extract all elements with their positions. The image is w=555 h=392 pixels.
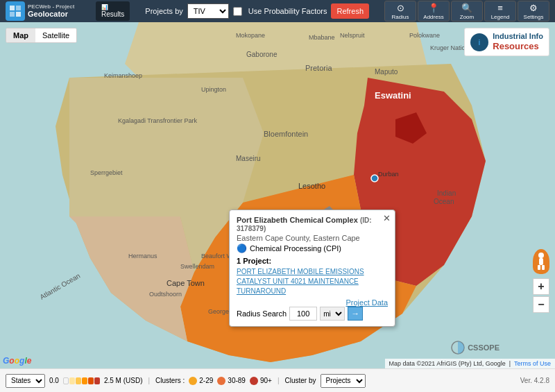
settings-icon: ⚙ <box>529 3 538 13</box>
legend-scale-bar <box>63 377 100 384</box>
svg-point-40 <box>538 253 544 258</box>
svg-text:i: i <box>479 39 481 46</box>
iir-logo-text: Industrial Info Resources <box>493 31 543 53</box>
popup-type-icon: 🔵 <box>237 244 247 253</box>
cluster-range-1: 2-29 <box>189 377 213 385</box>
svg-text:Keimanshoep: Keimanshoep <box>104 72 142 79</box>
settings-tool-label: Settings <box>524 14 544 20</box>
terms-of-use-link[interactable]: Terms of Use <box>514 360 551 367</box>
address-icon: 📍 <box>428 3 439 13</box>
popup-radius-input[interactable] <box>289 307 317 321</box>
pegman-control[interactable] <box>533 249 549 274</box>
legend-scale-start: 0.0 <box>49 377 59 384</box>
popup-type: Chemical Processing (CPI) <box>250 244 341 253</box>
svg-text:Lesotho: Lesotho <box>298 182 325 190</box>
iir-logo: i Industrial Info Resources <box>464 28 549 56</box>
iir-logo-icon: i <box>470 33 488 51</box>
svg-text:Oudtshoorn: Oudtshoorn <box>149 291 182 298</box>
svg-text:Pretoria: Pretoria <box>305 64 332 72</box>
svg-text:Hermanus: Hermanus <box>128 253 157 259</box>
svg-text:Mokopane: Mokopane <box>236 32 265 39</box>
cluster-by-label: Cluster by <box>284 377 316 384</box>
svg-text:Polokwane: Polokwane <box>409 32 440 39</box>
popup-type-row: 🔵 Chemical Processing (CPI) <box>237 244 388 253</box>
popup-location: Eastern Cape County, Eastern Cape <box>237 234 388 242</box>
svg-text:Mbabane: Mbabane <box>309 34 335 41</box>
svg-text:Gaborone: Gaborone <box>246 51 278 58</box>
zoom-tool-button[interactable]: 🔍 Zoom <box>451 1 483 22</box>
svg-text:Nelspruit: Nelspruit <box>340 32 365 39</box>
projects-by-select[interactable]: TIV Count <box>187 3 229 19</box>
google-logo: Google <box>3 356 31 366</box>
use-probability-checkbox[interactable] <box>233 7 242 16</box>
zoom-in-button[interactable]: + <box>533 278 549 295</box>
svg-text:Maputo: Maputo <box>375 68 398 76</box>
results-tab[interactable]: 📊 Results <box>96 1 130 21</box>
popup-project-data-link[interactable]: Project Data <box>345 298 388 307</box>
svg-text:Sperrgebiet: Sperrgebiet <box>90 169 123 176</box>
cssope-watermark: CSSOPE <box>451 341 500 355</box>
legend-tool-label: Legend <box>491 14 510 20</box>
svg-point-34 <box>371 175 378 182</box>
svg-rect-1 <box>16 6 21 10</box>
bottom-right: Ver. 4.2.8 <box>520 377 549 384</box>
svg-rect-43 <box>542 265 545 270</box>
popup-radius-unit-select[interactable]: mi km <box>320 307 345 321</box>
legend-icon: ≡ <box>497 3 503 13</box>
states-select[interactable]: States <box>6 374 45 388</box>
cluster-range-2: 30-89 <box>217 377 246 385</box>
settings-tool-button[interactable]: ⚙ Settings <box>518 1 549 22</box>
toolbar-center: Projects by TIV Count Use Probability Fa… <box>134 3 380 19</box>
svg-text:Swellendam: Swellendam <box>180 263 214 270</box>
address-tool-button[interactable]: 📍 Address <box>418 1 450 22</box>
legend-scale-end: 2.5 M (USD) <box>104 377 143 384</box>
cluster-by-select[interactable]: Projects TIV <box>321 374 366 388</box>
version-label: Ver. 4.2.8 <box>520 377 549 384</box>
logo-icon <box>6 1 25 21</box>
refresh-button[interactable]: Refresh <box>331 3 369 19</box>
svg-rect-0 <box>10 6 15 10</box>
bottom-bar: States 0.0 2.5 M (USD) | Clusters : 2-29… <box>0 368 555 392</box>
svg-text:Durban: Durban <box>378 171 399 178</box>
popup-radius-row: Radius Search mi km → <box>237 307 388 321</box>
svg-text:Ocean: Ocean <box>434 198 454 205</box>
radius-tool-button[interactable]: ⊙ Radius <box>384 1 416 22</box>
cluster-range-3: 90+ <box>250 377 272 385</box>
logo-text: PECWeb - Project Geolocator <box>28 3 74 19</box>
use-probability-label: Use Probability Factors <box>248 7 327 15</box>
svg-text:George: George <box>208 308 229 315</box>
popup-projects-label: 1 Project: <box>237 257 388 265</box>
zoom-icon: 🔍 <box>461 3 472 13</box>
svg-rect-3 <box>16 12 21 17</box>
svg-text:Cape Town: Cape Town <box>166 279 205 287</box>
svg-text:Maseiru: Maseiru <box>236 155 261 162</box>
svg-rect-41 <box>539 258 543 265</box>
radius-icon: ⊙ <box>397 3 404 13</box>
legend-tool-button[interactable]: ≡ Legend <box>484 1 516 22</box>
map-controls: + − <box>533 249 549 313</box>
popup-close-button[interactable]: ✕ <box>383 213 391 223</box>
map-container[interactable]: Eswatini Lesotho Bloemfontein Cape Town … <box>0 22 555 368</box>
svg-text:Eswatini: Eswatini <box>375 90 411 101</box>
svg-rect-42 <box>538 265 540 270</box>
toolbar-right: ⊙ Radius 📍 Address 🔍 Zoom ≡ Legend ⚙ Set… <box>384 1 549 22</box>
address-tool-label: Address <box>423 14 443 20</box>
svg-text:Upington: Upington <box>201 86 226 93</box>
projects-by-label: Projects by <box>145 7 182 15</box>
svg-text:Kgalagadi Transfrontier Park: Kgalagadi Transfrontier Park <box>118 117 198 124</box>
satellite-view-button[interactable]: Satellite <box>35 28 76 42</box>
map-view-button[interactable]: Map <box>6 28 35 42</box>
map-satellite-toggle: Map Satellite <box>6 28 77 43</box>
zoom-tool-label: Zoom <box>460 14 474 20</box>
cssope-text: CSSOPE <box>468 343 500 352</box>
popup-project-link[interactable]: PORT ELIZABETH MOBILE EMISSIONS CATALYST… <box>237 267 388 296</box>
clusters-label: Clusters : <box>155 377 185 384</box>
main-toolbar: PECWeb - Project Geolocator 📊 Results Pr… <box>0 0 555 22</box>
popup-radius-search-button[interactable]: → <box>348 307 363 321</box>
radius-tool-label: Radius <box>392 14 409 20</box>
popup-title: Port Elizabeth Chemical Complex (ID: 317… <box>237 216 388 232</box>
svg-rect-2 <box>10 12 15 17</box>
popup-radius-label: Radius Search <box>237 309 287 318</box>
location-popup: ✕ Port Elizabeth Chemical Complex (ID: 3… <box>229 210 395 327</box>
zoom-out-button[interactable]: − <box>533 296 549 313</box>
